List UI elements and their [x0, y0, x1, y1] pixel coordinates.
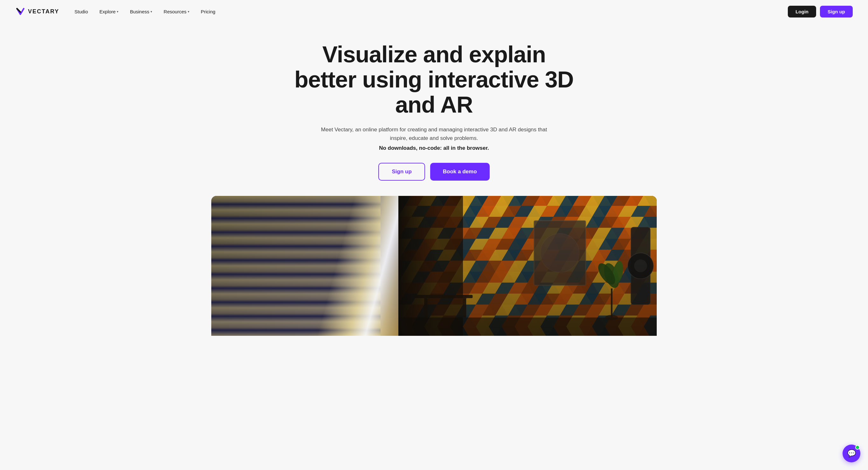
svg-rect-257 — [398, 196, 657, 336]
wallpaper-pattern — [398, 196, 657, 336]
hero-subtitle: Meet Vectary, an online platform for cre… — [316, 125, 552, 142]
nav-item-explore[interactable]: Explore ▾ — [100, 9, 119, 14]
nav-item-studio[interactable]: Studio — [74, 9, 88, 14]
logo-text: VECTARY — [28, 8, 59, 15]
logo-link[interactable]: VECTARY — [15, 6, 59, 16]
navbar: VECTARY Studio Explore ▾ Business ▾ — [0, 0, 868, 23]
hero-title: Visualize and explain better using inter… — [291, 42, 577, 118]
hero-subtitle-bold: No downloads, no-code: all in the browse… — [379, 145, 489, 152]
chevron-down-icon: ▾ — [117, 10, 118, 13]
navbar-right: Login Sign up — [788, 6, 853, 18]
nav-item-business[interactable]: Business ▾ — [130, 9, 152, 14]
chevron-down-icon: ▾ — [188, 10, 189, 13]
hero-image-container — [211, 196, 657, 336]
hero-buttons: Sign up Book a demo — [378, 163, 489, 180]
login-button[interactable]: Login — [788, 6, 816, 18]
nav-links: Studio Explore ▾ Business ▾ Resources ▾ — [74, 9, 215, 14]
hero-section: Visualize and explain better using inter… — [0, 23, 868, 348]
nav-item-resources[interactable]: Resources ▾ — [163, 9, 189, 14]
signup-hero-button[interactable]: Sign up — [378, 163, 425, 180]
navbar-left: VECTARY Studio Explore ▾ Business ▾ — [15, 6, 215, 16]
signup-nav-button[interactable]: Sign up — [820, 6, 853, 18]
logo-icon — [15, 6, 26, 16]
hero-image — [211, 196, 657, 336]
book-demo-button[interactable]: Book a demo — [430, 163, 490, 180]
chevron-down-icon: ▾ — [151, 10, 152, 13]
nav-item-pricing[interactable]: Pricing — [201, 9, 215, 14]
